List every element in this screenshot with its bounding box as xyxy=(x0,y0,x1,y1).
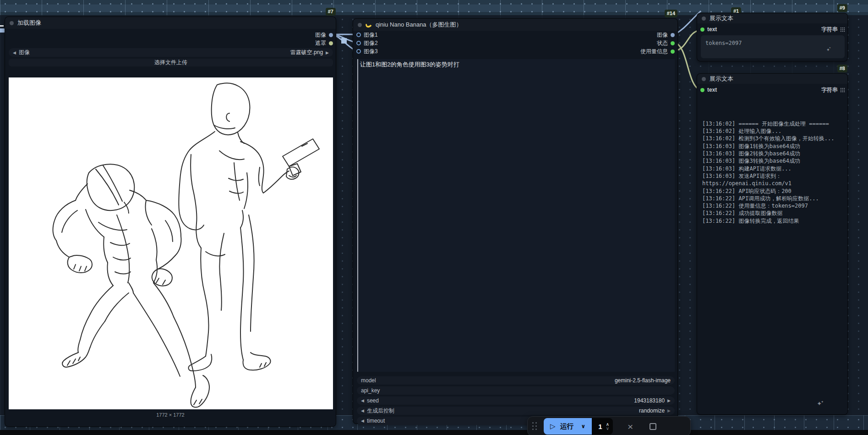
input-slot-text[interactable]: text 字符串 xyxy=(700,25,845,33)
combo-next-icon[interactable]: ▶ xyxy=(326,50,329,55)
pose-drawing xyxy=(9,77,333,409)
input-slot-image2[interactable]: 图像2 xyxy=(356,39,378,47)
run-group: ▷ 运行 ∨ 1 ∧ ∨ xyxy=(544,418,613,435)
combo-prev-icon[interactable]: ◀ xyxy=(13,50,16,55)
slot-label: 使用量信息 xyxy=(640,48,668,55)
run-button[interactable]: ▷ 运行 ∨ xyxy=(544,418,592,435)
node-id-badge: #8 xyxy=(837,65,847,72)
chevron-down-icon[interactable]: ∨ xyxy=(581,423,586,429)
node-nano-banana[interactable]: #14 qiniu Nano Banana（多图生图） 图像1 图像2 图像3 … xyxy=(353,18,678,424)
slot-label: 图像 xyxy=(315,31,326,39)
type-label: 字符串 xyxy=(821,26,845,33)
output-slot-mask[interactable]: 遮罩 xyxy=(315,39,333,47)
collapse-dot-icon[interactable] xyxy=(358,23,362,27)
log-output: [13:16:02] ====== 开始图像生成处理 ======[13:16:… xyxy=(702,98,844,225)
upload-file-button[interactable]: 选择文件上传 xyxy=(9,59,333,66)
batch-count-box[interactable]: 1 ∧ ∨ xyxy=(592,418,613,435)
output-slot-image[interactable]: 图像 xyxy=(657,31,675,39)
string-socket-icon[interactable] xyxy=(671,41,675,45)
log-line: [13:16:22] 图像转换完成，返回结果 xyxy=(702,217,844,225)
edge-link-sliver xyxy=(0,25,4,27)
node-load-image[interactable]: #7 加载图像 图像 遮罩 ◀ 图像 雷霆破空.png ▶ 选择文件上传 xyxy=(5,17,336,427)
log-line: [13:16:02] 检测到3个有效输入图像，开始转换... xyxy=(702,135,844,142)
node-title-bar[interactable]: 展示文本 xyxy=(697,13,847,23)
decrement-icon[interactable]: ◀ xyxy=(361,418,364,423)
log-line: [13:16:03] 图像2转换为base64成功 xyxy=(702,150,844,157)
tokens-value: tokens=2097 xyxy=(705,40,742,46)
image-file-combo[interactable]: ◀ 图像 雷霆破空.png ▶ xyxy=(9,48,333,57)
node-id-badge: #14 xyxy=(665,10,677,17)
input-socket-icon[interactable] xyxy=(356,33,361,37)
input-slot-image3[interactable]: 图像3 xyxy=(356,47,378,55)
image-size-label: 1772 × 1772 xyxy=(5,412,336,418)
log-line: [13:16:02] ====== 开始图像生成处理 ====== xyxy=(702,120,844,127)
node-id-badge: #7 xyxy=(326,8,336,16)
widget-label: api_key xyxy=(361,387,380,394)
run-toolbar[interactable]: ▷ 运行 ∨ 1 ∧ ∨ × xyxy=(527,416,691,435)
string-socket-icon[interactable] xyxy=(700,28,704,32)
log-line: [13:16:03] 构建API请求数据... xyxy=(702,165,844,172)
output-slot-image[interactable]: 图像 xyxy=(315,31,333,39)
collapse-dot-icon[interactable] xyxy=(10,21,14,25)
string-socket-icon[interactable] xyxy=(700,88,704,92)
play-icon: ▷ xyxy=(550,422,556,430)
input-slot-image1[interactable]: 图像1 xyxy=(356,31,378,39)
mask-socket-icon[interactable] xyxy=(329,41,333,45)
log-line: [13:16:22] API响应状态码：200 xyxy=(702,187,844,195)
log-line: [13:16:22] 成功提取图像数据 xyxy=(702,209,844,217)
combo-label: 图像 xyxy=(19,49,30,56)
seed-widget[interactable]: ◀ seed 1943183180 ▶ xyxy=(357,396,675,405)
node-title-bar[interactable]: qiniu Nano Banana（多图生图） xyxy=(353,19,677,31)
text-value-box: tokens=2097 ✦ xyxy=(701,35,845,58)
widget-label: 生成后控制 xyxy=(367,407,394,415)
batch-count-value: 1 xyxy=(598,423,602,430)
log-line: [13:16:03] 图像1转换为base64成功 xyxy=(702,143,844,150)
decrement-icon[interactable]: ◀ xyxy=(361,408,364,413)
string-socket-icon[interactable] xyxy=(671,50,675,54)
decrement-icon[interactable]: ◀ xyxy=(361,398,364,403)
node-show-text-tokens[interactable]: #9 展示文本 text 字符串 tokens=2097 ✦ xyxy=(697,13,848,61)
log-line: [13:16:22] 使用量信息：tokens=2097 xyxy=(702,202,844,209)
image-socket-icon[interactable] xyxy=(329,33,333,37)
node-title-text: 展示文本 xyxy=(710,14,733,22)
increment-icon[interactable]: ▶ xyxy=(667,398,671,403)
banana-icon xyxy=(365,21,372,28)
node-title-bar[interactable]: 加载图像 xyxy=(5,17,336,29)
node-title-text: 加载图像 xyxy=(17,19,41,27)
collapse-dot-icon[interactable] xyxy=(702,77,706,81)
widget-value: randomize xyxy=(639,407,665,414)
image-socket-icon[interactable] xyxy=(671,33,675,37)
batch-count-stepper[interactable]: ∧ ∨ xyxy=(606,422,609,430)
log-line: [13:16:22] API调用成功，解析响应数据... xyxy=(702,195,844,202)
increment-icon[interactable]: ▶ xyxy=(667,408,671,413)
model-widget[interactable]: model gemini-2.5-flash-image xyxy=(357,376,675,385)
log-line: [13:16:03] 发送API请求到： xyxy=(702,172,844,180)
input-socket-icon[interactable] xyxy=(356,41,361,45)
node-canvas[interactable]: #1 #7 加载图像 图像 遮罩 ◀ 图像 雷霆破空.png ▶ 选择文件上传 xyxy=(0,0,868,435)
type-label: 字符串 xyxy=(821,86,845,94)
output-slot-usage[interactable]: 使用量信息 xyxy=(640,47,675,55)
slot-label: 状态 xyxy=(657,39,668,47)
grid-icon xyxy=(840,88,845,93)
node-title-bar[interactable]: 展示文本 xyxy=(697,74,847,84)
drag-handle-icon[interactable] xyxy=(532,422,537,430)
slot-label: 图像2 xyxy=(364,39,378,47)
upload-button-label: 选择文件上传 xyxy=(154,59,187,66)
collapse-dot-icon[interactable] xyxy=(702,17,706,21)
output-slot-status[interactable]: 状态 xyxy=(657,39,675,47)
link-midpoint-dot[interactable] xyxy=(341,38,347,44)
widget-label: timeout xyxy=(367,418,385,424)
step-down-icon[interactable]: ∨ xyxy=(606,426,609,430)
api-key-widget[interactable]: api_key xyxy=(357,386,675,395)
run-button-label: 运行 xyxy=(560,422,574,431)
grid-icon xyxy=(840,27,845,32)
input-socket-icon[interactable] xyxy=(356,49,361,54)
cancel-button[interactable]: × xyxy=(628,422,633,431)
stop-button[interactable] xyxy=(650,423,656,430)
prompt-textarea[interactable]: 让图1和图2的角色使用图3的姿势对打 xyxy=(357,59,675,372)
control-after-generate-widget[interactable]: ◀ 生成后控制 randomize ▶ xyxy=(357,407,675,415)
input-slot-text[interactable]: text 字符串 xyxy=(700,86,845,94)
type-label-text: 字符串 xyxy=(821,26,838,33)
slot-label: 图像1 xyxy=(364,31,378,39)
node-show-text-log[interactable]: #8 展示文本 text 字符串 [13:16:02] ====== 开始图像生… xyxy=(697,73,848,415)
